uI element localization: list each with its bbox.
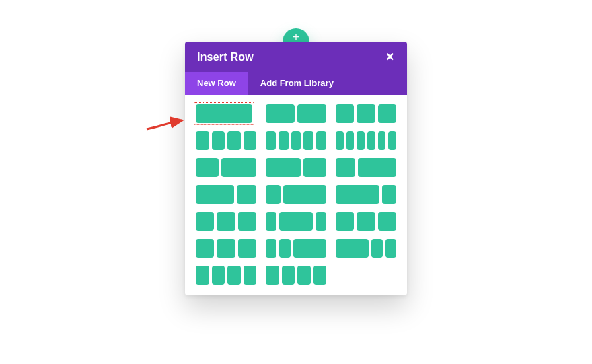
panel-header: Insert Row ✕ — [185, 42, 407, 72]
column-segment — [371, 239, 382, 258]
row-layout-1-4-1-2-1-4[interactable] — [196, 212, 256, 231]
column-segment — [382, 185, 397, 204]
close-icon: ✕ — [385, 52, 394, 63]
row-layout-1-5-3-5-1-5[interactable] — [266, 212, 326, 231]
column-segment — [196, 266, 209, 285]
row-layout-2-3-1-3[interactable] — [196, 185, 256, 204]
row-layout-1-5-1-5-3-5[interactable] — [266, 239, 326, 258]
column-segment — [244, 266, 257, 285]
column-segment — [303, 131, 313, 150]
row-layout-grid — [185, 95, 407, 295]
row-layout-3-5-1-5-1-5[interactable] — [336, 239, 396, 258]
column-segment — [266, 104, 295, 123]
column-segment — [266, 266, 279, 285]
column-segment — [336, 104, 354, 123]
column-segment — [385, 239, 396, 258]
row-layout-2-5-3-5[interactable] — [196, 158, 256, 177]
column-segment — [303, 158, 326, 177]
insert-row-panel: Insert Row ✕ New Row Add From Library — [185, 42, 407, 295]
column-segment — [196, 212, 214, 231]
column-segment — [297, 266, 311, 285]
column-segment — [336, 158, 355, 177]
column-segment — [217, 239, 235, 258]
row-layout-1-6-1-6-1-6-1-2[interactable] — [196, 266, 256, 285]
column-segment — [266, 158, 301, 177]
column-segment — [227, 266, 241, 285]
column-segment — [346, 131, 355, 150]
column-segment — [336, 185, 379, 204]
column-segment — [266, 185, 281, 204]
column-segment — [244, 131, 257, 150]
column-segment — [237, 185, 256, 204]
row-layout-4-col-quarter[interactable] — [196, 131, 256, 150]
column-segment — [221, 158, 256, 177]
column-segment — [283, 185, 327, 204]
column-segment — [388, 131, 396, 150]
column-segment — [282, 266, 295, 285]
column-segment — [227, 131, 241, 150]
column-segment — [336, 239, 369, 258]
column-segment — [297, 104, 326, 123]
row-layout-3-4-1-4[interactable] — [336, 185, 396, 204]
tab-add-from-library[interactable]: Add From Library — [248, 72, 346, 95]
column-segment — [266, 131, 276, 150]
column-segment — [238, 212, 256, 231]
column-segment — [357, 131, 365, 150]
row-layout-5-col-fifth[interactable] — [266, 131, 326, 150]
column-segment — [316, 131, 326, 150]
column-segment — [316, 212, 326, 231]
column-segment — [266, 239, 276, 258]
column-segment — [313, 266, 327, 285]
row-layout-1-4-1-4-1-2[interactable] — [336, 212, 396, 231]
column-segment — [336, 131, 344, 150]
column-segment — [196, 104, 252, 123]
column-segment — [196, 131, 209, 150]
row-layout-1-col[interactable] — [194, 102, 254, 125]
panel-tabs: New Row Add From Library — [185, 72, 407, 95]
row-layout-6-col-sixth[interactable] — [336, 131, 396, 150]
panel-title: Insert Row — [197, 51, 254, 63]
column-segment — [196, 158, 219, 177]
tab-new-row[interactable]: New Row — [185, 72, 248, 95]
column-segment — [279, 131, 289, 150]
row-layout-1-2-1-6-1-6-1-6[interactable] — [266, 266, 326, 285]
row-layout-1-3-2-3[interactable] — [336, 158, 396, 177]
column-segment — [357, 212, 375, 231]
column-segment — [358, 158, 396, 177]
column-segment — [293, 239, 326, 258]
column-segment — [279, 212, 312, 231]
row-layout-1-4-3-4[interactable] — [266, 185, 326, 204]
row-layout-2-col-half[interactable] — [266, 104, 326, 123]
column-segment — [217, 212, 235, 231]
column-segment — [279, 239, 290, 258]
row-layout-1-2-1-4-1-4[interactable] — [196, 239, 256, 258]
column-segment — [196, 185, 234, 204]
column-segment — [212, 131, 225, 150]
column-segment — [357, 104, 375, 123]
column-segment — [291, 131, 301, 150]
row-layout-3-5-2-5[interactable] — [266, 158, 326, 177]
column-segment — [378, 131, 386, 150]
column-segment — [367, 131, 375, 150]
row-layout-3-col-third[interactable] — [336, 104, 396, 123]
column-segment — [378, 104, 396, 123]
column-segment — [266, 212, 276, 231]
column-segment — [336, 212, 354, 231]
column-segment — [378, 212, 396, 231]
column-segment — [212, 266, 225, 285]
callout-arrow — [145, 114, 186, 132]
column-segment — [238, 239, 256, 258]
close-button[interactable]: ✕ — [384, 52, 395, 63]
column-segment — [196, 239, 214, 258]
